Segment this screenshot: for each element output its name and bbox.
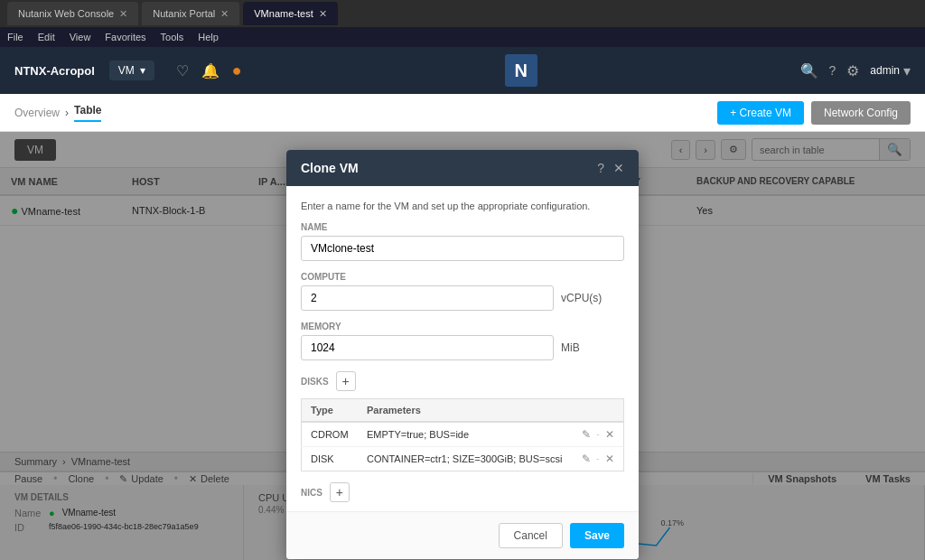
memory-input[interactable] [301,335,554,360]
disk-type-cdrom: CDROM [302,422,358,447]
breadcrumb-sep: › [65,107,69,119]
compute-field-label: COMPUTE [301,272,624,282]
disk-row-cdrom: CDROM EMPTY=true; BUS=ide ✎ - ✕ [302,422,624,447]
menu-file[interactable]: File [7,32,23,42]
tab-label: VMname-test [254,8,313,19]
close-icon[interactable]: ✕ [613,161,624,175]
modal-description: Enter a name for the VM and set up the a… [301,201,624,211]
add-nic-button[interactable]: + [330,482,350,502]
modal-title: Clone VM [301,161,359,175]
disks-label: DISKS [301,377,329,387]
close-icon[interactable]: ✕ [119,8,127,20]
compute-input[interactable] [301,285,554,311]
alert-icon[interactable]: ● [232,61,242,80]
close-icon[interactable]: ✕ [220,8,229,20]
modal-footer: Cancel Save [286,511,639,559]
chevron-down-icon: ▾ [903,62,911,79]
breadcrumb-overview[interactable]: Overview [14,107,60,119]
admin-menu[interactable]: admin ▾ [870,62,911,79]
modal-header: Clone VM ? ✕ [286,150,639,186]
vm-selector[interactable]: VM ▾ [109,61,154,80]
tab-label: Nutanix Web Console [18,8,114,19]
memory-unit: MiB [561,341,580,354]
disk-sep: - [596,453,600,465]
modal-body: Enter a name for the VM and set up the a… [286,186,639,511]
close-icon[interactable]: ✕ [319,8,327,20]
memory-field-label: MEMORY [301,322,624,331]
brand-name: NTNX-Acropol [14,64,95,78]
delete-disk-button[interactable]: ✕ [605,428,614,441]
compute-unit: vCPU(s) [561,292,602,304]
memory-field-group: MEMORY MiB [301,322,624,360]
delete-disk-button[interactable]: ✕ [605,453,614,465]
disks-col-params: Parameters [358,399,573,423]
disk-row-disk: DISK CONTAINER=ctr1; SIZE=300GiB; BUS=sc… [302,447,624,471]
disks-col-type: Type [302,399,358,423]
tab-vmname[interactable]: VMname-test ✕ [243,2,337,25]
menu-tools[interactable]: Tools [161,32,184,42]
menu-favorites[interactable]: Favorites [105,32,145,42]
tab-label: Nutanix Portal [153,8,215,19]
menu-edit[interactable]: Edit [38,32,55,42]
name-input[interactable] [301,236,624,261]
create-vm-button[interactable]: + Create VM [717,101,804,125]
name-field-label: NAME [301,222,624,232]
tab-portal[interactable]: Nutanix Portal ✕ [142,2,239,25]
nics-label: NICS [301,488,322,498]
breadcrumb: Overview › Table [14,104,101,122]
disk-params-disk: CONTAINER=ctr1; SIZE=300GiB; BUS=scsi [358,447,573,471]
help-icon[interactable]: ? [597,161,604,175]
clone-vm-modal: Clone VM ? ✕ Enter a name for the VM and… [286,150,639,559]
breadcrumb-table[interactable]: Table [74,104,101,122]
disk-params-cdrom: EMPTY=true; BUS=ide [358,422,573,447]
gear-icon[interactable]: ⚙ [846,62,859,79]
menu-view[interactable]: View [70,32,91,42]
nutanix-logo: N [505,54,537,87]
disks-section-header: DISKS + [301,371,624,391]
nics-section-header: NICS + [301,482,624,502]
heart-icon[interactable]: ♡ [176,62,189,79]
disks-table: Type Parameters CDROM EMPTY=true; BUS=id… [301,398,624,471]
edit-disk-button[interactable]: ✎ [582,453,591,465]
chevron-down-icon: ▾ [140,64,145,77]
cancel-button[interactable]: Cancel [499,523,563,548]
save-button[interactable]: Save [570,523,624,548]
add-disk-button[interactable]: + [336,371,356,391]
bell-icon[interactable]: 🔔 [201,62,220,79]
help-icon[interactable]: ? [829,63,836,78]
search-icon[interactable]: 🔍 [800,62,818,79]
compute-field-group: COMPUTE vCPU(s) [301,272,624,311]
edit-disk-button[interactable]: ✎ [582,428,591,441]
name-field-group: NAME [301,222,624,261]
tab-web-console[interactable]: Nutanix Web Console ✕ [7,2,138,25]
disk-type-disk: DISK [302,447,358,471]
menu-help[interactable]: Help [198,32,219,42]
network-config-button[interactable]: Network Config [811,101,911,125]
modal-overlay[interactable]: Clone VM ? ✕ Enter a name for the VM and… [0,132,925,560]
disk-sep: - [596,428,600,441]
